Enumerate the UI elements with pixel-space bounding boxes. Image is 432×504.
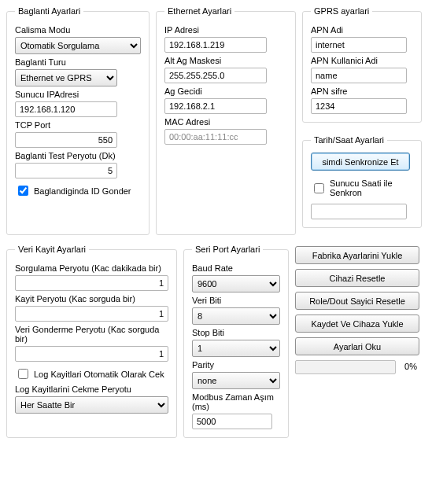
veri-kayit-group: Veri Kayit Ayarlari Sorgulama Peryotu (K… bbox=[6, 245, 177, 438]
apn-sifre-label: APN sifre bbox=[311, 86, 413, 96]
test-peryotu-input[interactable] bbox=[15, 163, 117, 178]
kayit-peryotu-input[interactable] bbox=[15, 306, 168, 322]
alt-ag-label: Alt Ag Maskesi bbox=[164, 56, 287, 65]
cihazi-resetle-button[interactable]: Cihazi Resetle bbox=[295, 269, 419, 287]
alt-ag-input[interactable] bbox=[164, 68, 267, 83]
sunucu-saati-checkbox-row[interactable]: Sunucu Saati ile Senkron bbox=[311, 178, 413, 197]
modbus-timeout-input[interactable] bbox=[192, 414, 272, 429]
id-gonder-checkbox[interactable] bbox=[18, 186, 28, 196]
stop-biti-select[interactable]: 1 bbox=[192, 340, 280, 357]
tarih-saat-group: Tarih/Saat Ayarlari simdi Senkronize Et … bbox=[302, 135, 422, 228]
parity-select[interactable]: none bbox=[192, 372, 280, 389]
id-gonder-label: Baglandiginda ID Gonder bbox=[34, 186, 131, 196]
parity-label: Parity bbox=[192, 360, 280, 370]
ag-gecidi-input[interactable] bbox=[164, 98, 267, 114]
veri-biti-select[interactable]: 8 bbox=[192, 307, 280, 325]
ag-gecidi-label: Ag Gecidi bbox=[164, 86, 287, 96]
apn-adi-label: APN Adi bbox=[311, 25, 413, 35]
tcp-port-input[interactable] bbox=[15, 132, 117, 148]
tarih-extra-input[interactable] bbox=[311, 204, 407, 219]
sunucu-ip-input[interactable] bbox=[15, 101, 117, 117]
log-cek-checkbox[interactable] bbox=[18, 369, 28, 379]
modbus-timeout-label: Modbus Zaman Aşım (ms) bbox=[192, 392, 280, 411]
baglanti-legend: Baglanti Ayarlari bbox=[15, 6, 83, 16]
gprs-legend: GPRS ayarlari bbox=[311, 6, 372, 16]
action-buttons-column: Fabrika Ayarlarini Yukle Cihazi Resetle … bbox=[295, 245, 419, 444]
kayit-peryotu-label: Kayit Peryotu (Kac sorguda bir) bbox=[15, 294, 168, 304]
apn-sifre-input[interactable] bbox=[311, 98, 407, 114]
ethernet-ayarlari-group: Ethernet Ayarlari IP Adresi Alt Ag Maske… bbox=[156, 6, 296, 235]
seri-legend: Seri Port Ayarlari bbox=[192, 245, 263, 254]
progress-percent: 0% bbox=[404, 362, 417, 371]
baud-rate-select[interactable]: 9600 bbox=[192, 275, 280, 292]
kaydet-yukle-button[interactable]: Kaydet Ve Cihaza Yukle bbox=[295, 315, 419, 333]
baglanti-turu-select[interactable]: Ethernet ve GPRS bbox=[15, 69, 117, 86]
sunucu-saati-label: Sunucu Saati ile Senkron bbox=[330, 178, 413, 197]
gonderme-peryotu-label: Veri Gonderme Peryotu (Kac sorguda bir) bbox=[15, 325, 168, 344]
tcp-port-label: TCP Port bbox=[15, 120, 141, 130]
gprs-ayarlari-group: GPRS ayarlari APN Adi APN Kullanici Adi … bbox=[302, 6, 422, 123]
ip-adresi-label: IP Adresi bbox=[164, 25, 287, 35]
log-peryotu-label: Log Kayitlarini Cekme Peryotu bbox=[15, 384, 168, 394]
id-gonder-checkbox-row[interactable]: Baglandiginda ID Gonder bbox=[15, 183, 131, 198]
stop-biti-label: Stop Biti bbox=[192, 328, 280, 337]
fabrika-ayarlari-button[interactable]: Fabrika Ayarlarini Yukle bbox=[295, 246, 419, 264]
log-cek-label: Log Kayitlari Otomatik Olarak Cek bbox=[34, 370, 164, 379]
sorgulama-peryotu-input[interactable] bbox=[15, 275, 168, 291]
mac-adresi-label: MAC Adresi bbox=[164, 117, 287, 127]
apn-user-label: APN Kullanici Adi bbox=[311, 56, 413, 65]
sunucu-ip-label: Sunucu IPAdresi bbox=[15, 90, 141, 99]
log-cek-checkbox-row[interactable]: Log Kayitlari Otomatik Olarak Cek bbox=[15, 366, 164, 381]
veri-biti-label: Veri Biti bbox=[192, 296, 280, 305]
baglanti-ayarlari-group: Baglanti Ayarlari Calisma Modu Otomatik … bbox=[6, 6, 150, 235]
apn-user-input[interactable] bbox=[311, 68, 407, 83]
senkronize-et-button[interactable]: simdi Senkronize Et bbox=[311, 153, 410, 171]
gonderme-peryotu-input[interactable] bbox=[15, 346, 168, 362]
test-peryotu-label: Baglanti Test Peryotu (Dk) bbox=[15, 151, 141, 160]
sunucu-saati-checkbox[interactable] bbox=[314, 183, 324, 193]
calisma-modu-label: Calisma Modu bbox=[15, 25, 141, 35]
calisma-modu-select[interactable]: Otomatik Sorgulama bbox=[15, 37, 141, 54]
seri-port-group: Seri Port Ayarlari Baud Rate 9600 Veri B… bbox=[183, 245, 289, 438]
baud-rate-label: Baud Rate bbox=[192, 263, 280, 273]
ayarlari-oku-button[interactable]: Ayarlari Oku bbox=[295, 337, 419, 355]
tarih-legend: Tarih/Saat Ayarlari bbox=[311, 135, 387, 145]
role-dout-resetle-button[interactable]: Role/Dout Sayici Resetle bbox=[295, 292, 419, 310]
apn-adi-input[interactable] bbox=[311, 37, 407, 53]
sorgulama-peryotu-label: Sorgulama Peryotu (Kac dakikada bir) bbox=[15, 263, 168, 273]
ethernet-legend: Ethernet Ayarlari bbox=[164, 6, 234, 16]
progress-bar: 0% bbox=[295, 360, 396, 374]
ip-adresi-input[interactable] bbox=[164, 37, 267, 53]
baglanti-turu-label: Baglanti Turu bbox=[15, 57, 141, 67]
log-peryotu-select[interactable]: Her Saatte Bir bbox=[15, 396, 168, 414]
veri-legend: Veri Kayit Ayarlari bbox=[15, 245, 89, 254]
mac-adresi-input bbox=[164, 129, 267, 145]
